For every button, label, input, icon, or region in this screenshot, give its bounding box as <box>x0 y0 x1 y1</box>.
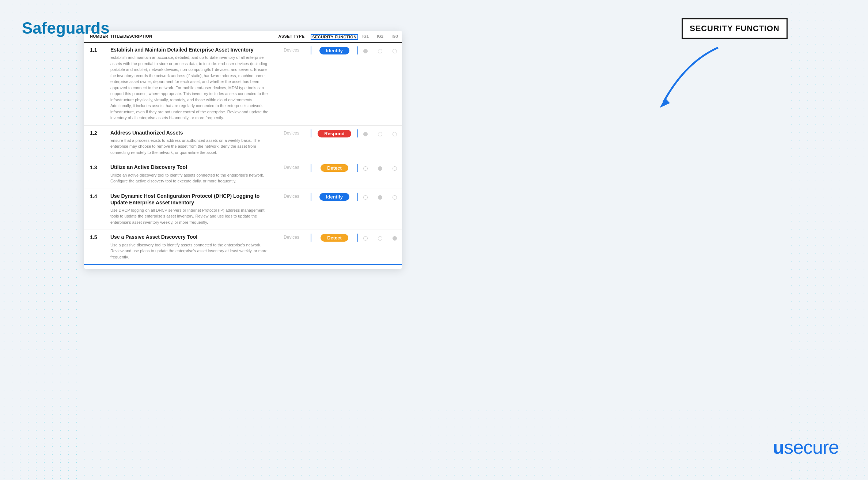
svg-marker-0 <box>660 98 670 108</box>
row-ig3 <box>387 164 402 172</box>
row-asset-type: Devices <box>272 193 311 199</box>
ig3-dot <box>393 195 397 200</box>
ig1-dot <box>363 195 368 200</box>
row-ig2 <box>373 234 387 242</box>
dot-pattern-bottom <box>0 407 868 480</box>
security-badge: Detect <box>321 234 348 242</box>
table-row: 1.2 Address Unauthorized Assets Ensure t… <box>84 126 402 160</box>
security-function-callout: SECURITY FUNCTION <box>682 18 788 39</box>
logo-u: u <box>773 436 784 458</box>
row-title: Establish and Maintain Detailed Enterpri… <box>110 46 272 53</box>
security-badge: Detect <box>321 164 348 172</box>
row-number: 1.2 <box>84 129 110 136</box>
row-ig1 <box>358 129 373 138</box>
row-security-function: Identify <box>311 193 358 201</box>
row-number: 1.1 <box>84 46 110 53</box>
ig1-dot <box>363 132 368 136</box>
table-body: 1.1 Establish and Maintain Detailed Ente… <box>84 43 402 265</box>
row-asset-type: Devices <box>272 46 311 53</box>
row-title-block: Address Unauthorized Assets Ensure that … <box>110 129 272 156</box>
col-header-title: TITLE/DESCRIPTION <box>110 34 272 40</box>
security-badge: Identify <box>319 47 349 54</box>
table-row: 1.3 Utilize an Active Discovery Tool Uti… <box>84 160 402 189</box>
row-title: Use Dynamic Host Configuration Protocol … <box>110 193 272 206</box>
arrow-annotation <box>649 40 729 115</box>
row-ig3 <box>387 193 402 201</box>
row-title: Use a Passive Asset Discovery Tool <box>110 234 272 240</box>
logo-secure: secure <box>784 436 839 458</box>
ig3-dot <box>393 166 397 171</box>
ig2-dot <box>378 49 382 53</box>
row-number: 1.3 <box>84 164 110 170</box>
row-ig3 <box>387 46 402 55</box>
row-title: Address Unauthorized Assets <box>110 129 272 136</box>
col-header-ig1: IG1 <box>358 34 373 40</box>
row-ig1 <box>358 193 373 201</box>
callout-label: SECURITY FUNCTION <box>690 24 780 33</box>
row-description: Establish and maintain an accurate, deta… <box>110 54 272 121</box>
row-asset-type: Devices <box>272 164 311 170</box>
row-title-block: Use Dynamic Host Configuration Protocol … <box>110 193 272 226</box>
row-title-block: Establish and Maintain Detailed Enterpri… <box>110 46 272 121</box>
table-row: 1.5 Use a Passive Asset Discovery Tool U… <box>84 230 402 265</box>
ig2-dot <box>378 132 382 136</box>
security-badge: Respond <box>318 130 351 137</box>
row-security-function: Detect <box>311 164 358 172</box>
row-number: 1.5 <box>84 234 110 240</box>
row-ig3 <box>387 234 402 242</box>
ig2-dot <box>378 195 382 200</box>
row-ig2 <box>373 129 387 138</box>
ig2-dot <box>378 166 382 171</box>
row-title-block: Utilize an Active Discovery Tool Utilize… <box>110 164 272 184</box>
col-header-ig3: IG3 <box>387 34 402 40</box>
ig1-dot <box>363 236 368 241</box>
usecure-logo: usecure <box>773 436 839 458</box>
row-asset-type: Devices <box>272 234 311 240</box>
security-badge: Identify <box>319 193 349 201</box>
row-asset-type: Devices <box>272 129 311 136</box>
table-row: 1.4 Use Dynamic Host Configuration Proto… <box>84 189 402 230</box>
row-ig2 <box>373 193 387 201</box>
ig1-dot <box>363 166 368 171</box>
row-title-block: Use a Passive Asset Discovery Tool Use a… <box>110 234 272 260</box>
ig3-dot <box>393 236 397 241</box>
table-header: NUMBER TITLE/DESCRIPTION ASSET TYPE SECU… <box>84 31 402 43</box>
row-security-function: Respond <box>311 129 358 137</box>
row-ig2 <box>373 46 387 55</box>
safeguards-table: NUMBER TITLE/DESCRIPTION ASSET TYPE SECU… <box>84 31 402 265</box>
ig1-dot <box>363 49 368 53</box>
col-header-security: SECURITY FUNCTION <box>311 34 358 40</box>
col-header-asset: ASSET TYPE <box>272 34 311 40</box>
row-ig2 <box>373 164 387 172</box>
row-security-function: Identify <box>311 46 358 54</box>
col-header-ig2: IG2 <box>373 34 387 40</box>
ig3-dot <box>393 132 397 136</box>
row-security-function: Detect <box>311 234 358 242</box>
row-description: Use a passive discovery tool to identify… <box>110 242 272 260</box>
page-title: Safeguards <box>22 19 110 37</box>
row-number: 1.4 <box>84 193 110 199</box>
ig3-dot <box>393 49 397 53</box>
row-ig3 <box>387 129 402 138</box>
row-description: Use DHCP logging on all DHCP servers or … <box>110 207 272 226</box>
row-ig1 <box>358 46 373 55</box>
row-description: Ensure that a process exists to address … <box>110 137 272 156</box>
row-title: Utilize an Active Discovery Tool <box>110 164 272 170</box>
row-ig1 <box>358 234 373 242</box>
table-row: 1.1 Establish and Maintain Detailed Ente… <box>84 43 402 126</box>
ig2-dot <box>378 236 382 241</box>
row-description: Utilize an active discovery tool to iden… <box>110 172 272 184</box>
document-card: NUMBER TITLE/DESCRIPTION ASSET TYPE SECU… <box>84 31 402 269</box>
row-ig1 <box>358 164 373 172</box>
